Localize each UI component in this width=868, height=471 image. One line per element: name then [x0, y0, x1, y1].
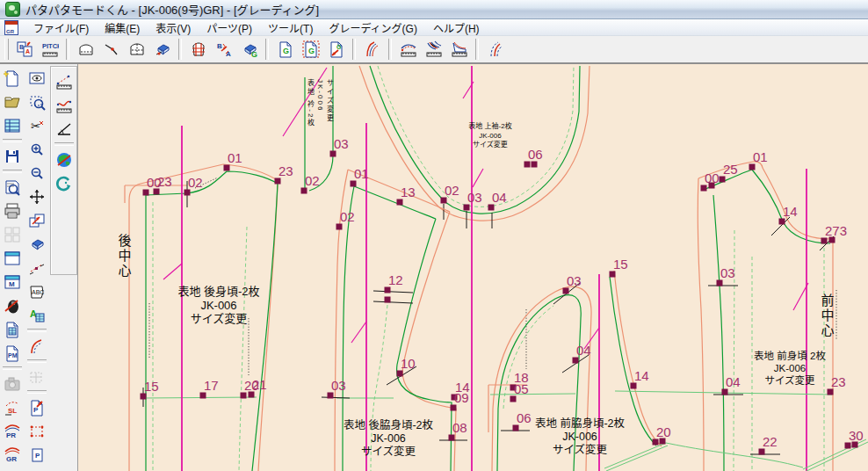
gr-icon: GR	[4, 446, 21, 464]
sidebar-button-measure-line-icon[interactable]	[52, 69, 76, 93]
sidebar-button-mouse-icon[interactable]	[1, 293, 25, 317]
svg-text:03: 03	[334, 136, 349, 151]
menu-file[interactable]: ファイル(F)	[25, 18, 97, 37]
sidebar-button-doc-table-icon[interactable]	[1, 317, 25, 341]
toolbar-button-copy-ba-icon[interactable]: BA	[11, 37, 37, 62]
grading-point[interactable]	[829, 237, 835, 243]
svg-text:17: 17	[204, 378, 219, 393]
grading-point-02[interactable]: 02	[441, 183, 459, 204]
sidebar-button-doc-preview-icon[interactable]	[1, 175, 25, 199]
sidebar-button-point-edit-icon[interactable]	[25, 256, 49, 279]
toolbar-button-erase-g-icon[interactable]: G	[236, 37, 262, 62]
grading-point-12[interactable]: 12	[385, 272, 403, 293]
zoom-in-icon	[28, 141, 46, 158]
toolbar-button-grade-curves-icon[interactable]	[359, 37, 385, 62]
grading-point-03[interactable]: 03	[563, 273, 582, 294]
sidebar-button-select-dashed-icon[interactable]	[25, 419, 49, 443]
grading-point-13[interactable]: 13	[397, 185, 416, 206]
toolbar-button-erase-point-icon[interactable]	[149, 37, 175, 62]
sidebar-button-table-icon[interactable]	[1, 113, 25, 137]
sidebar-button-rotate-c-icon[interactable]	[52, 171, 76, 195]
sidebar-button-globe-icon[interactable]	[52, 148, 76, 171]
toolbar-button-grade-curve-red-icon[interactable]	[482, 37, 508, 62]
menu-view[interactable]: 表示(V)	[148, 18, 199, 37]
sidebar-button-cut-zoom-icon[interactable]: ✂	[25, 113, 49, 137]
toolbar-button-measure-curve2-icon[interactable]	[421, 37, 446, 62]
menu-help[interactable]: ヘルプ(H)	[425, 18, 488, 37]
toolbar-button-pitch-icon[interactable]: PITCH	[37, 37, 62, 62]
sidebar-button-pan-icon[interactable]	[25, 185, 49, 208]
toolbar-button-doc-g-icon[interactable]: G	[272, 37, 298, 62]
toolbar-button-move-ba-icon[interactable]: BA	[211, 37, 236, 62]
grading-point-17[interactable]: 17	[200, 378, 219, 399]
sidebar-button-p-arrow-up-icon[interactable]: P	[25, 395, 49, 419]
grading-point[interactable]	[385, 297, 391, 303]
toolbar-button-grading-grid-icon[interactable]	[185, 37, 211, 62]
measure-line-icon	[55, 73, 73, 91]
svg-text:G: G	[336, 44, 342, 50]
sidebar-button-zoom-in-icon[interactable]	[25, 137, 49, 161]
sidebar-button-new-doc-icon[interactable]	[1, 66, 25, 90]
p-arrow-up-icon: P	[28, 399, 46, 417]
menu-edit[interactable]: 編集(E)	[97, 18, 148, 37]
grading-point-04[interactable]: 04	[722, 374, 741, 395]
sidebar-button-blue-strip-icon[interactable]	[1, 467, 25, 471]
grading-point-09[interactable]: 09	[451, 390, 469, 411]
sidebar-button-abc-piece-icon[interactable]: ABC	[25, 279, 49, 303]
sidebar-button-open-folder-icon[interactable]	[1, 90, 25, 113]
grading-point[interactable]	[709, 183, 715, 189]
toolbar-grip[interactable]	[4, 39, 9, 60]
new-doc-icon	[4, 69, 21, 87]
grading-point-23[interactable]: 23	[828, 374, 846, 395]
menu-tools[interactable]: ツール(T)	[260, 18, 321, 37]
grading-point-10[interactable]: 10	[397, 356, 416, 377]
grading-point-22[interactable]: 22	[759, 434, 778, 455]
grading-point-15[interactable]: 15	[610, 257, 628, 278]
toolbar-button-transfer-doc-g-icon[interactable]: G	[323, 37, 349, 62]
grading-point-23[interactable]: 23	[275, 163, 293, 185]
pattern-canvas[interactable]: 0023020123020315172021030113021210140908…	[78, 64, 868, 471]
sidebar-button-gr-icon[interactable]: GR	[1, 443, 25, 467]
zoom-region-icon	[28, 93, 46, 111]
toolbar-button-measure-shape-icon[interactable]	[446, 37, 472, 62]
grading-point[interactable]	[532, 162, 538, 168]
sidebar-button-measure-wave-icon[interactable]	[52, 93, 76, 117]
grading-point[interactable]	[660, 438, 666, 445]
sidebar-button-window-m-icon[interactable]: M	[1, 270, 25, 293]
toolbar-button-line-point-icon[interactable]	[98, 37, 124, 62]
grading-point-04[interactable]: 04	[488, 190, 507, 211]
menu-grading[interactable]: グレーディング(G)	[321, 18, 425, 37]
sidebar-button-p-doc-icon[interactable]: P	[25, 443, 49, 467]
grading-point-02[interactable]: 02	[336, 209, 355, 230]
sidebar-button-p-arrow-down-icon[interactable]: P	[25, 467, 49, 471]
sidebar-button-angle-icon[interactable]	[52, 117, 76, 141]
grading-point-03[interactable]: 03	[464, 190, 482, 211]
doc-g-icon: G	[277, 40, 294, 58]
sidebar-button-pm-doc-icon[interactable]: PM	[1, 341, 25, 365]
grading-point[interactable]	[852, 442, 858, 448]
sidebar-button-sl-icon[interactable]: SL	[1, 395, 25, 419]
toolbar-button-piece-hem-icon[interactable]	[73, 37, 98, 62]
sidebar-button-save-icon[interactable]	[1, 144, 25, 168]
sidebar-button-eraser-icon[interactable]	[25, 232, 49, 256]
svg-text:23: 23	[157, 174, 172, 189]
grading-point-04[interactable]: 04	[573, 343, 591, 364]
sidebar-button-window-t-icon[interactable]	[1, 246, 25, 270]
sidebar-button-print-icon[interactable]	[1, 199, 25, 222]
sidebar-button-preview-pane-icon[interactable]	[25, 66, 49, 90]
sidebar-button-pr-icon[interactable]: PR	[1, 419, 25, 443]
svg-text:04: 04	[576, 343, 591, 358]
grading-point-14[interactable]: 14	[631, 368, 649, 389]
grading-point-01[interactable]: 01	[749, 149, 768, 170]
sidebar-button-zoom-region-icon[interactable]	[25, 90, 49, 113]
menu-parts[interactable]: パーツ(P)	[199, 18, 260, 37]
sidebar-button-curve-adjust-icon[interactable]	[25, 334, 49, 358]
toolbar-button-piece-cross-icon[interactable]	[124, 37, 149, 62]
sidebar-button-copy-window-icon[interactable]	[25, 208, 49, 232]
sidebar-button-a-table-icon[interactable]: A	[25, 303, 49, 327]
grading-point-01[interactable]: 01	[224, 150, 242, 171]
grading-point-06[interactable]: 06	[513, 410, 532, 431]
sidebar-button-zoom-out-icon[interactable]	[25, 161, 49, 185]
toolbar-button-select-doc-g-icon[interactable]: G	[298, 37, 323, 62]
toolbar-button-measure-curve1-icon[interactable]	[395, 37, 421, 62]
